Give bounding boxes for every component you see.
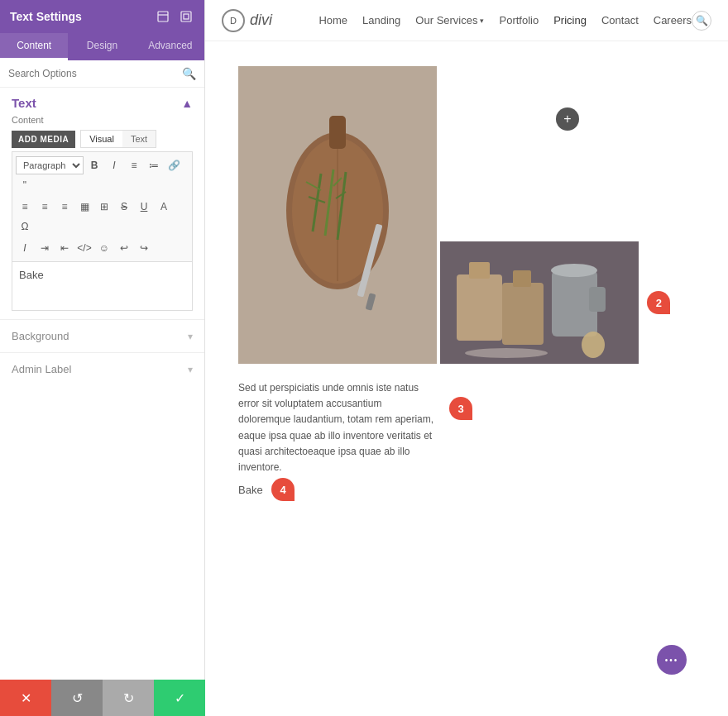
- tab-design[interactable]: Design: [68, 33, 136, 60]
- image-block-1: 1: [238, 66, 437, 364]
- editor-area[interactable]: Bake: [12, 261, 193, 311]
- nav-careers[interactable]: Careers: [654, 14, 692, 26]
- badge-2[interactable]: 2: [647, 291, 670, 314]
- nav-search-icon[interactable]: 🔍: [692, 11, 711, 31]
- admin-label-label: Admin Label: [12, 363, 71, 375]
- editor-toolbar: Paragraph B I ≡ ≔ 🔗 " ≡ ≡ ≡ ▦ ⊞ S U: [12, 151, 193, 261]
- float-action-button[interactable]: •••: [657, 645, 687, 675]
- cancel-button[interactable]: ✕: [0, 680, 51, 716]
- add-section-button[interactable]: +: [556, 107, 579, 131]
- settings-icon[interactable]: [155, 8, 171, 25]
- table-button[interactable]: ⊞: [95, 198, 113, 216]
- outdent-button[interactable]: ⇤: [55, 239, 74, 257]
- image-block-2: 2: [440, 241, 639, 364]
- search-bar: 🔍: [0, 60, 204, 88]
- emoji-button[interactable]: ☺: [95, 239, 113, 257]
- code-button[interactable]: </>: [75, 239, 93, 257]
- italic2-button[interactable]: I: [16, 239, 34, 257]
- visual-text-tabs: Visual Text: [80, 130, 156, 148]
- admin-label-chevron-icon: ▾: [188, 364, 193, 375]
- text-section-header[interactable]: Text ▲: [0, 88, 204, 115]
- confirm-button[interactable]: ✓: [154, 680, 205, 716]
- content-label: Content: [12, 115, 193, 125]
- svg-rect-2: [181, 12, 191, 21]
- align-right-button[interactable]: ≡: [55, 198, 74, 216]
- strikethrough-button[interactable]: S: [115, 198, 133, 216]
- flour-bags-image: [440, 241, 639, 364]
- search-input[interactable]: [8, 68, 182, 79]
- toolbar-row-2: ≡ ≡ ≡ ▦ ⊞ S U A Ω: [16, 196, 189, 237]
- expand-icon[interactable]: [178, 8, 194, 25]
- bold-button[interactable]: B: [85, 156, 103, 174]
- panel-content: Text ▲ Content ADD MEDIA Visual Text Par…: [0, 88, 204, 716]
- svg-point-26: [582, 332, 605, 358]
- svg-rect-22: [513, 270, 531, 287]
- panel-title: Text Settings: [10, 10, 82, 23]
- special-chars-button[interactable]: Ω: [16, 217, 34, 236]
- undo-editor-button[interactable]: ↩: [115, 239, 133, 257]
- svg-rect-19: [457, 274, 502, 341]
- underline-button[interactable]: U: [135, 198, 153, 216]
- ul-button[interactable]: ≡: [125, 156, 143, 174]
- admin-label-section: Admin Label ▾: [0, 352, 204, 385]
- toolbar-row-1: Paragraph B I ≡ ≔ 🔗 ": [16, 155, 189, 196]
- ol-button[interactable]: ≔: [145, 156, 163, 174]
- tab-advanced[interactable]: Advanced: [136, 33, 204, 60]
- nav-landing[interactable]: Landing: [362, 14, 400, 26]
- panel-tabs: Content Design Advanced: [0, 33, 204, 60]
- text-color-button[interactable]: A: [155, 198, 173, 216]
- nav-our-services[interactable]: Our Services▾: [415, 14, 484, 26]
- redo-editor-button[interactable]: ↪: [135, 239, 153, 257]
- indent-button[interactable]: ⇥: [36, 239, 54, 257]
- page-content: +: [205, 41, 728, 716]
- visual-tab[interactable]: Visual: [81, 131, 122, 147]
- italic-button[interactable]: I: [105, 156, 123, 174]
- link-button[interactable]: 🔗: [165, 156, 183, 174]
- panel-header: Text Settings: [0, 0, 204, 33]
- align-left-button[interactable]: ≡: [16, 198, 34, 216]
- panel-bottom-bar: ✕ ↺ ↻ ✓: [0, 680, 205, 716]
- badge-4[interactable]: 4: [271, 478, 295, 501]
- bake-text: Bake: [238, 484, 263, 496]
- panel-header-icons: [155, 8, 194, 25]
- nav-links: Home Landing Our Services▾ Portfolio Pri…: [318, 14, 692, 26]
- paragraph-text: Sed ut perspiciatis unde omnis iste natu…: [238, 380, 437, 475]
- nav-pricing[interactable]: Pricing: [553, 14, 587, 26]
- svg-rect-24: [589, 287, 606, 312]
- nav-home[interactable]: Home: [318, 14, 347, 26]
- admin-label-header[interactable]: Admin Label ▾: [0, 353, 204, 385]
- undo-button[interactable]: ↺: [51, 680, 103, 716]
- badge-3[interactable]: 3: [449, 397, 472, 420]
- nav-portfolio[interactable]: Portfolio: [499, 14, 539, 26]
- svg-rect-8: [329, 116, 346, 149]
- quote-button[interactable]: ": [16, 176, 34, 194]
- background-label: Background: [12, 330, 69, 342]
- top-nav: D divi Home Landing Our Services▾ Portfo…: [205, 0, 728, 41]
- tab-content[interactable]: Content: [0, 33, 68, 60]
- background-section: Background ▾: [0, 319, 204, 352]
- align-justify-button[interactable]: ▦: [75, 198, 93, 216]
- nav-contact[interactable]: Contact: [601, 14, 639, 26]
- text-section-body: Content ADD MEDIA Visual Text Paragraph …: [0, 115, 204, 319]
- svg-point-27: [465, 348, 548, 358]
- bake-text-container: Bake 4: [238, 482, 263, 497]
- background-chevron-icon: ▾: [188, 331, 193, 342]
- align-center-button[interactable]: ≡: [36, 198, 54, 216]
- svg-rect-20: [469, 262, 490, 279]
- paragraph-select[interactable]: Paragraph: [16, 156, 84, 174]
- nav-logo: D divi: [222, 9, 272, 32]
- logo-text: divi: [250, 12, 272, 29]
- cutting-board-image: [238, 66, 437, 364]
- text-section-title: Text: [12, 96, 36, 110]
- svg-rect-0: [158, 12, 168, 21]
- editor-toolbar-top: ADD MEDIA Visual Text: [12, 130, 193, 148]
- text-content: Sed ut perspiciatis unde omnis iste natu…: [238, 380, 695, 497]
- redo-button[interactable]: ↻: [103, 680, 154, 716]
- text-tab[interactable]: Text: [122, 131, 156, 147]
- svg-point-25: [551, 264, 597, 277]
- search-icon: 🔍: [182, 67, 196, 80]
- our-services-chevron-icon: ▾: [480, 17, 484, 25]
- logo-circle: D: [222, 9, 245, 32]
- background-header[interactable]: Background ▾: [0, 320, 204, 352]
- add-media-button[interactable]: ADD MEDIA: [12, 131, 75, 148]
